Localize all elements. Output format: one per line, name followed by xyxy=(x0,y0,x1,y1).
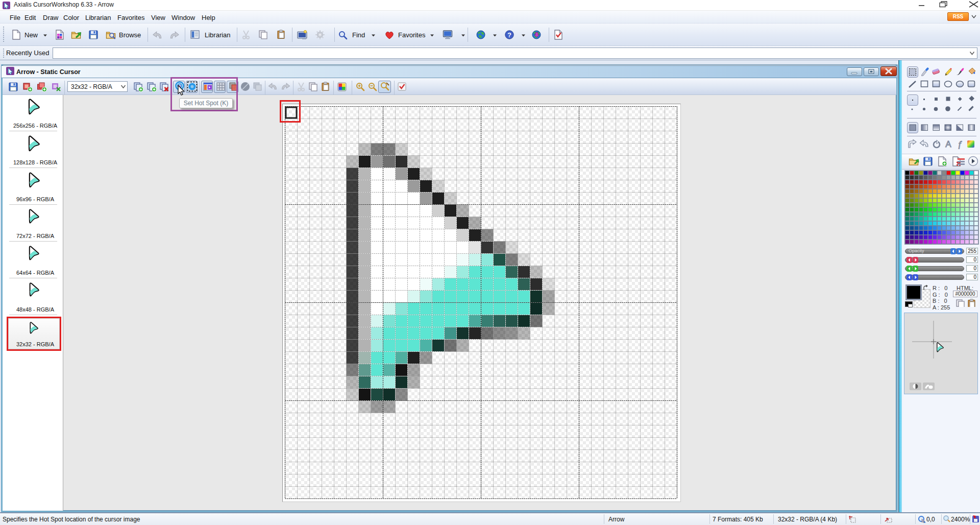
svg-text:?: ? xyxy=(507,31,511,39)
svg-text:f: f xyxy=(959,139,962,149)
svg-text:A: A xyxy=(945,139,951,149)
